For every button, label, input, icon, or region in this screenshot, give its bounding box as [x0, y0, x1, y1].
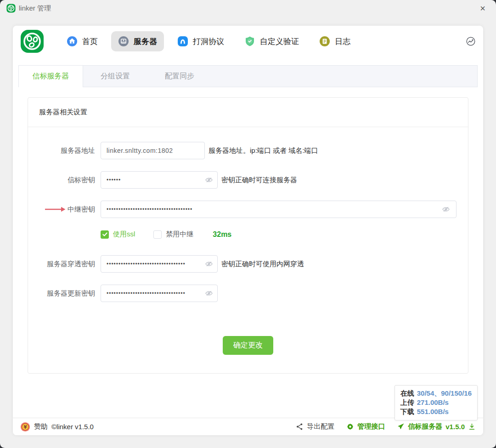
update-key-input[interactable]	[101, 285, 218, 302]
shield-icon	[244, 36, 255, 47]
tab-beacon-server[interactable]: 信标服务器	[19, 66, 83, 87]
send-icon	[397, 423, 405, 431]
close-icon[interactable]: ×	[475, 2, 490, 15]
section-title: 服务器相关设置	[28, 98, 468, 127]
admin-api-label: 管理接口	[357, 422, 385, 431]
row-update-key: 服务器更新密钥	[28, 285, 468, 302]
eye-off-icon[interactable]	[205, 260, 213, 268]
nav-item-home[interactable]: 首页	[60, 31, 105, 51]
eye-off-icon[interactable]	[205, 176, 213, 184]
tab-config-sync[interactable]: 配置同步	[147, 66, 212, 87]
online-row: 在线 30/54、90/150/16	[400, 389, 472, 398]
online-value: 30/54、90/150/16	[417, 389, 472, 398]
nav-label: 打洞协议	[193, 36, 224, 47]
use-ssl-checkbox[interactable]	[101, 230, 109, 239]
nav-item-auth[interactable]: 自定义验证	[237, 31, 306, 51]
nav-item-logs[interactable]: 日志	[312, 31, 357, 51]
home-icon	[67, 36, 78, 47]
download-row: 下载 551.00B/s	[400, 407, 472, 416]
app-logo-icon	[6, 4, 16, 13]
row-beacon-key: 信标密钥 密钥正确时可连接服务器	[28, 171, 468, 189]
penetrate-key-input[interactable]	[101, 255, 218, 273]
brand-logo-icon	[20, 29, 44, 53]
sponsor-coin-icon[interactable]: ¥	[20, 422, 30, 432]
form-body: 服务器地址 服务器地址。ip:端口 或者 域名:端口 信标密钥	[28, 127, 468, 373]
download-value: 551.00B/s	[417, 407, 449, 416]
titlebar: linker 管理 ×	[0, 0, 496, 17]
use-ssl-label[interactable]: 使用ssl	[113, 230, 135, 239]
confirm-button[interactable]: 确定更改	[223, 336, 273, 355]
sponsor-link[interactable]: 赞助	[34, 422, 48, 431]
tab-group-settings[interactable]: 分组设置	[83, 66, 147, 87]
red-arrow-icon	[44, 206, 66, 211]
beacon-key-hint: 密钥正确时可连接服务器	[221, 176, 297, 185]
nav-label: 日志	[335, 36, 350, 47]
share-icon	[296, 423, 304, 431]
beacon-version: v1.5.0	[445, 423, 465, 431]
disable-relay-label[interactable]: 禁用中继	[166, 230, 193, 239]
update-key-label: 服务器更新密钥	[28, 289, 95, 298]
export-config-button[interactable]: 导出配置	[296, 422, 334, 431]
penetrate-key-label: 服务器穿透密钥	[28, 260, 95, 269]
beacon-key-label: 信标密钥	[28, 176, 95, 185]
app-window: linker 管理 × 首页 服务器	[0, 0, 496, 448]
row-options: 使用ssl 禁用中继 32ms	[28, 230, 468, 239]
nav-item-server[interactable]: 服务器	[111, 31, 164, 51]
status-chart-icon[interactable]	[466, 36, 476, 46]
download-icon[interactable]	[468, 423, 476, 431]
download-label: 下载	[400, 407, 414, 416]
window-title: linker 管理	[19, 4, 51, 13]
latency-value: 32ms	[213, 230, 231, 239]
row-penetrate-key: 服务器穿透密钥 密钥正确时可使用内网穿透	[28, 255, 468, 273]
penetrate-key-hint: 密钥正确时可使用内网穿透	[221, 260, 304, 269]
row-server-address: 服务器地址 服务器地址。ip:端口 或者 域名:端口	[28, 142, 468, 159]
svg-text:¥: ¥	[23, 424, 27, 429]
beacon-version-button[interactable]: 信标服务器 v1.5.0	[397, 422, 476, 431]
upload-row: 上传 271.00B/s	[400, 398, 472, 407]
nav-item-tunnel[interactable]: 打洞协议	[170, 31, 231, 51]
main-card: 首页 服务器 打洞协议 自定义验证	[13, 26, 483, 435]
nav-label: 首页	[82, 36, 98, 47]
beacon-server-label: 信标服务器	[408, 422, 442, 431]
eye-off-icon[interactable]	[442, 205, 450, 213]
server-icon	[118, 36, 129, 47]
nav-label: 服务器	[134, 36, 157, 47]
admin-api-button[interactable]: 管理接口	[346, 422, 385, 431]
server-address-label: 服务器地址	[28, 146, 95, 155]
upload-label: 上传	[400, 398, 414, 407]
log-icon	[319, 36, 330, 47]
export-config-label: 导出配置	[307, 422, 334, 431]
navbar: 首页 服务器 打洞协议 自定义验证	[13, 26, 483, 57]
server-address-input[interactable]	[101, 142, 205, 159]
server-address-hint: 服务器地址。ip:端口 或者 域名:端口	[209, 146, 318, 155]
submit-row: 确定更改	[28, 336, 468, 355]
upload-value: 271.00B/s	[417, 398, 449, 407]
server-settings-card: 服务器相关设置 服务器地址 服务器地址。ip:端口 或者 域名:端口 信标密钥	[28, 97, 468, 374]
eye-off-icon[interactable]	[205, 289, 213, 297]
nav-label: 自定义验证	[260, 36, 299, 47]
beacon-key-input[interactable]	[101, 171, 218, 189]
gear-icon	[346, 423, 354, 431]
disable-relay-checkbox[interactable]	[153, 230, 162, 239]
relay-key-input[interactable]	[101, 201, 457, 218]
traffic-status-box: 在线 30/54、90/150/16 上传 271.00B/s 下载 551.0…	[395, 385, 478, 420]
tunnel-icon	[177, 36, 188, 47]
copyright-text: ©linker v1.5.0	[51, 423, 94, 431]
subtab-bar: 信标服务器 分组设置 配置同步	[18, 65, 478, 87]
online-label: 在线	[400, 389, 414, 398]
relay-key-label: 中继密钥	[28, 205, 95, 214]
row-relay-key: 中继密钥	[28, 201, 468, 218]
